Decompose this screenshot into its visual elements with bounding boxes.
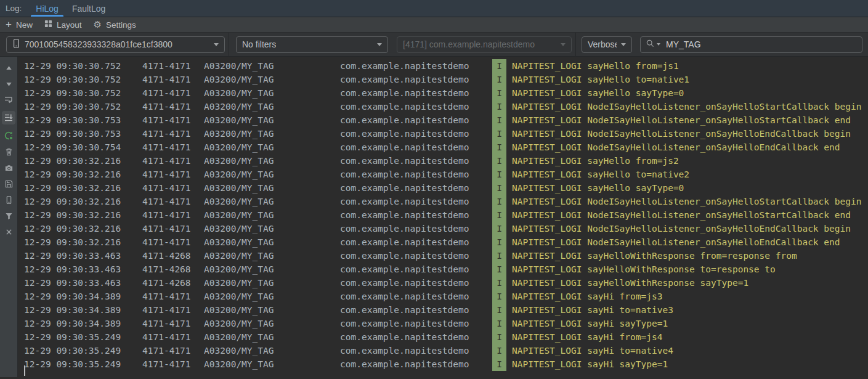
log-row[interactable]: 12-29 09:30:34.3894171-4171A03200/MY_TAG…	[18, 290, 868, 303]
log-level-selector[interactable]: Verbose	[582, 36, 632, 53]
log-time: 12-29 09:30:32.216	[18, 168, 142, 181]
tab-faultlog[interactable]: FaultLog	[65, 0, 112, 17]
search-icon	[646, 39, 655, 51]
log-level: I	[492, 154, 506, 168]
log-msg: NAPITEST_LOGI sayHello from=js1	[506, 59, 868, 73]
close-icon[interactable]	[2, 227, 15, 237]
log-row[interactable]: 12-29 09:30:30.7524171-4171A03200/MY_TAG…	[18, 73, 868, 86]
log-msg: NAPITEST_LOGI sayHi from=js3	[506, 290, 868, 303]
log-row[interactable]: 12-29 09:30:30.7524171-4171A03200/MY_TAG…	[18, 100, 868, 113]
log-pkg: com.example.napitestdemo	[340, 86, 492, 100]
log-row[interactable]: 12-29 09:30:34.3894171-4171A03200/MY_TAG…	[18, 303, 868, 317]
log-row[interactable]: 12-29 09:30:30.7534171-4171A03200/MY_TAG…	[18, 113, 868, 127]
log-msg: NAPITEST_LOGI sayHelloWithResponse sayTy…	[506, 276, 868, 290]
settings-button[interactable]: ⚙ Settings	[94, 20, 136, 30]
log-row[interactable]: 12-29 09:30:34.3894171-4171A03200/MY_TAG…	[18, 317, 868, 330]
log-msg: NAPITEST_LOGI sayHi to=native4	[506, 344, 868, 357]
log-row[interactable]: 12-29 09:30:35.2494171-4171A03200/MY_TAG…	[18, 357, 868, 371]
log-area[interactable]: 12-29 09:30:30.7524171-4171A03200/MY_TAG…	[18, 57, 868, 377]
log-row[interactable]: 12-29 09:30:32.2164171-4171A03200/MY_TAG…	[18, 235, 868, 249]
log-pid: 4171-4171	[142, 100, 204, 113]
log-msg: NAPITEST_LOGI NodeISayHelloListener_onSa…	[506, 195, 868, 208]
log-pid: 4171-4171	[142, 208, 204, 222]
log-tag: A03200/MY_TAG	[204, 330, 340, 344]
log-row[interactable]: 12-29 09:30:30.7544171-4171A03200/MY_TAG…	[18, 141, 868, 154]
log-tag: A03200/MY_TAG	[204, 357, 340, 371]
search-history-chevron-icon[interactable]	[657, 43, 660, 46]
process-selector: [4171] com.example.napitestdemo	[397, 36, 572, 53]
settings-button-label: Settings	[106, 20, 136, 30]
log-pid: 4171-4268	[142, 263, 204, 276]
filter-icon[interactable]	[2, 211, 15, 221]
device-selector[interactable]: 7001005458323933328a01fce1cf3800	[6, 36, 225, 53]
search-box	[640, 36, 862, 53]
log-row[interactable]: 12-29 09:30:30.7534171-4171A03200/MY_TAG…	[18, 127, 868, 141]
log-pkg: com.example.napitestdemo	[340, 249, 492, 263]
log-pid: 4171-4171	[142, 290, 204, 303]
filter-preset-selector[interactable]: No filters	[236, 36, 388, 53]
log-row[interactable]: 12-29 09:30:30.7524171-4171A03200/MY_TAG…	[18, 59, 868, 73]
restart-icon[interactable]	[2, 131, 15, 141]
log-row[interactable]: 12-29 09:30:32.2164171-4171A03200/MY_TAG…	[18, 154, 868, 168]
search-input[interactable]	[662, 39, 857, 49]
log-level: I	[492, 86, 506, 100]
log-row[interactable]: 12-29 09:30:30.7524171-4171A03200/MY_TAG…	[18, 86, 868, 100]
scroll-up-icon[interactable]	[2, 63, 15, 73]
log-tag: A03200/MY_TAG	[204, 127, 340, 141]
log-level: I	[492, 249, 506, 263]
log-time: 12-29 09:30:34.389	[18, 317, 142, 330]
log-row[interactable]: 12-29 09:30:32.2164171-4171A03200/MY_TAG…	[18, 208, 868, 222]
log-tag: A03200/MY_TAG	[204, 154, 340, 168]
log-msg: NAPITEST_LOGI sayHi sayType=1	[506, 357, 868, 371]
log-pkg: com.example.napitestdemo	[340, 73, 492, 86]
log-row[interactable]: 12-29 09:30:33.4634171-4268A03200/MY_TAG…	[18, 249, 868, 263]
log-time: 12-29 09:30:32.216	[18, 208, 142, 222]
log-row[interactable]: 12-29 09:30:32.2164171-4171A03200/MY_TAG…	[18, 222, 868, 235]
log-level: I	[492, 168, 506, 181]
new-button[interactable]: + New	[6, 20, 33, 30]
log-pid: 4171-4171	[142, 330, 204, 344]
log-row[interactable]: 12-29 09:30:32.2164171-4171A03200/MY_TAG…	[18, 181, 868, 195]
tab-hilog[interactable]: HiLog	[29, 0, 65, 17]
log-level: I	[492, 344, 506, 357]
log-pkg: com.example.napitestdemo	[340, 263, 492, 276]
scroll-down-icon[interactable]	[2, 79, 15, 89]
log-msg: NAPITEST_LOGI NodeISayHelloListener_onSa…	[506, 127, 868, 141]
log-msg: NAPITEST_LOGI sayHello sayType=0	[506, 86, 868, 100]
plus-icon: +	[6, 20, 12, 29]
log-level: I	[492, 141, 506, 154]
log-row[interactable]: 12-29 09:30:35.2494171-4171A03200/MY_TAG…	[18, 344, 868, 357]
soft-wrap-icon[interactable]	[2, 95, 15, 105]
scroll-to-end-icon[interactable]	[2, 111, 15, 124]
log-row[interactable]: 12-29 09:30:32.2164171-4171A03200/MY_TAG…	[18, 168, 868, 181]
log-tabbar: Log: HiLog FaultLog	[0, 0, 868, 17]
log-msg: NAPITEST_LOGI NodeISayHelloListener_onSa…	[506, 113, 868, 127]
layout-button[interactable]: Layout	[44, 20, 82, 30]
log-msg: NAPITEST_LOGI NodeISayHelloListener_onSa…	[506, 141, 868, 154]
log-time: 12-29 09:30:30.753	[18, 113, 142, 127]
device-selector-value: 7001005458323933328a01fce1cf3800	[25, 39, 172, 49]
log-row[interactable]: 12-29 09:30:33.4634171-4268A03200/MY_TAG…	[18, 276, 868, 290]
phone-icon	[12, 39, 20, 50]
log-level: I	[492, 127, 506, 141]
log-row[interactable]: 12-29 09:30:33.4634171-4268A03200/MY_TAG…	[18, 263, 868, 276]
save-log-icon[interactable]	[2, 179, 15, 189]
log-time: 12-29 09:30:35.249	[18, 344, 142, 357]
log-level: I	[492, 357, 506, 371]
log-row[interactable]: 12-29 09:30:32.2164171-4171A03200/MY_TAG…	[18, 195, 868, 208]
clear-log-icon[interactable]	[2, 147, 15, 157]
log-pid: 4171-4171	[142, 222, 204, 235]
log-tag: A03200/MY_TAG	[204, 86, 340, 100]
screenshot-icon[interactable]	[2, 163, 15, 173]
log-row[interactable]: 12-29 09:30:35.2494171-4171A03200/MY_TAG…	[18, 330, 868, 344]
device-icon[interactable]	[2, 195, 15, 205]
log-time: 12-29 09:30:30.752	[18, 86, 142, 100]
log-msg: NAPITEST_LOGI sayHi from=js4	[506, 330, 868, 344]
log-level: I	[492, 303, 506, 317]
log-tag: A03200/MY_TAG	[204, 181, 340, 195]
log-msg: NAPITEST_LOGI sayHello from=js2	[506, 154, 868, 168]
log-msg: NAPITEST_LOGI NodeISayHelloListener_onSa…	[506, 222, 868, 235]
gear-icon: ⚙	[94, 20, 102, 29]
log-rows: 12-29 09:30:30.7524171-4171A03200/MY_TAG…	[18, 59, 868, 371]
log-tag: A03200/MY_TAG	[204, 249, 340, 263]
